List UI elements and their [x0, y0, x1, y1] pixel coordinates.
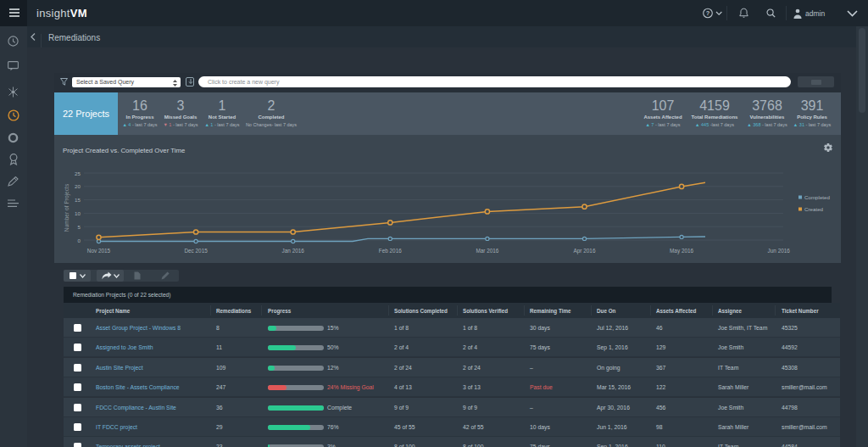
svg-text:Number of Projects: Number of Projects	[64, 183, 70, 232]
svg-text:Apr 2016: Apr 2016	[574, 248, 596, 254]
svg-text:Nov 2015: Nov 2015	[87, 248, 111, 254]
svg-text:Mar 2016: Mar 2016	[476, 248, 498, 254]
svg-text:?: ?	[706, 9, 710, 17]
svg-text:25: 25	[75, 170, 81, 176]
svg-text:15: 15	[75, 197, 81, 203]
svg-text:May 2016: May 2016	[670, 248, 694, 254]
svg-text:Created: Created	[804, 206, 824, 212]
svg-text:Dec 2015: Dec 2015	[184, 248, 208, 254]
svg-text:5: 5	[78, 224, 81, 230]
svg-text:Completed: Completed	[804, 194, 830, 200]
svg-text:Jan 2016: Jan 2016	[282, 248, 305, 254]
svg-text:20: 20	[75, 183, 81, 189]
svg-text:Jun 2016: Jun 2016	[768, 248, 791, 254]
svg-text:0: 0	[78, 237, 81, 243]
svg-text:10: 10	[75, 210, 81, 216]
svg-text:Feb 2016: Feb 2016	[379, 248, 402, 254]
